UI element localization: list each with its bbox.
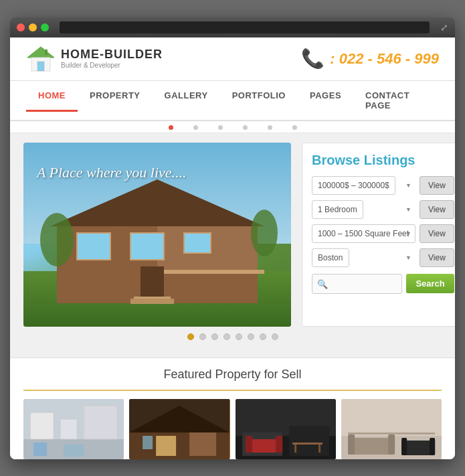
svg-rect-47 xyxy=(401,438,407,455)
hero-image: A Place where you live.... xyxy=(23,143,291,327)
carousel-dot-1[interactable] xyxy=(187,333,194,340)
carousel-dot-7[interactable] xyxy=(260,333,266,340)
nav-item-home[interactable]: HOME xyxy=(26,81,78,120)
svg-rect-28 xyxy=(189,432,216,456)
sqft-view-button[interactable]: View xyxy=(420,224,454,243)
phone-icon: 📞 xyxy=(301,48,324,70)
svg-rect-14 xyxy=(130,299,174,304)
svg-rect-21 xyxy=(84,406,117,439)
featured-divider xyxy=(23,390,442,391)
nav-item-gallery[interactable]: GALLERY xyxy=(153,81,220,120)
expand-icon[interactable]: ⤢ xyxy=(440,22,448,33)
carousel-dot-4[interactable] xyxy=(223,333,230,340)
carousel-dot-3[interactable] xyxy=(211,333,218,340)
browser-titlebar: ⤢ xyxy=(10,17,455,37)
site-nav: HOME PROPERTY GALLERY PORTFOLIO PAGES CO… xyxy=(10,81,455,121)
nav-item-property[interactable]: PROPERTY xyxy=(78,81,153,120)
maximize-button[interactable] xyxy=(41,23,49,31)
location-select-wrapper: Boston xyxy=(312,248,415,267)
nav-link-home[interactable]: HOME xyxy=(26,81,78,112)
svg-rect-35 xyxy=(246,436,252,453)
slider-dot-6[interactable] xyxy=(292,125,297,130)
close-button[interactable] xyxy=(17,23,25,31)
logo-area: HOME-BUILDER Builder & Developer xyxy=(26,46,163,72)
nav-link-property[interactable]: PROPERTY xyxy=(78,81,153,110)
svg-marker-6 xyxy=(50,179,264,226)
price-view-button[interactable]: View xyxy=(420,176,454,195)
property-thumb-2[interactable] xyxy=(129,399,229,459)
svg-point-16 xyxy=(251,210,278,256)
nav-link-contact[interactable]: CONTACT PAGE xyxy=(353,81,439,120)
phone-number: : 022 - 546 - 999 xyxy=(330,50,439,68)
price-select[interactable]: 100000$ – 300000$ xyxy=(312,176,395,195)
sqft-select[interactable]: 1000 – 1500 Square Feet xyxy=(312,224,415,243)
svg-rect-42 xyxy=(348,432,435,434)
svg-rect-29 xyxy=(143,436,153,449)
nav-link-pages[interactable]: PAGES xyxy=(298,81,353,110)
hero-img-background: A Place where you live.... xyxy=(23,143,291,327)
nav-item-contact[interactable]: CONTACT PAGE xyxy=(353,81,439,120)
phone-area: 📞 : 022 - 546 - 999 xyxy=(301,48,439,70)
house-svg xyxy=(37,166,278,307)
svg-rect-19 xyxy=(30,412,54,439)
property-thumb-3[interactable] xyxy=(236,399,336,459)
search-input-wrapper: 🔍 xyxy=(312,274,402,294)
browser-window: ⤢ HOME-BUILDER Builder & Developer xyxy=(10,17,455,459)
property-thumb-1[interactable] xyxy=(23,399,124,459)
slider-dot-3[interactable] xyxy=(218,125,223,130)
search-row: 🔍 Search xyxy=(312,274,454,294)
svg-rect-43 xyxy=(348,438,395,455)
search-button[interactable]: Search xyxy=(406,274,454,293)
hero-section: A Place where you live.... Browse Listin… xyxy=(23,133,442,327)
slider-dot-1[interactable] xyxy=(169,125,173,130)
svg-rect-4 xyxy=(45,50,48,55)
svg-rect-36 xyxy=(276,436,282,453)
bedroom-select[interactable]: 1 Bedroom xyxy=(312,200,363,219)
svg-rect-20 xyxy=(60,419,77,439)
browser-body: HOME-BUILDER Builder & Developer 📞 : 022… xyxy=(10,37,455,459)
nav-item-pages[interactable]: PAGES xyxy=(298,81,353,120)
carousel-dot-8[interactable] xyxy=(272,333,278,340)
slider-dot-5[interactable] xyxy=(268,125,272,130)
sqft-select-wrapper: 1000 – 1500 Square Feet xyxy=(312,224,415,243)
nav-item-portfolio[interactable]: PORTFOLIO xyxy=(220,81,298,120)
svg-rect-11 xyxy=(184,233,211,253)
site-header: HOME-BUILDER Builder & Developer 📞 : 022… xyxy=(10,37,455,81)
svg-rect-9 xyxy=(77,233,110,260)
svg-rect-39 xyxy=(318,445,320,453)
svg-rect-22 xyxy=(33,443,47,456)
location-view-button[interactable]: View xyxy=(420,248,454,267)
nav-link-gallery[interactable]: GALLERY xyxy=(153,81,220,110)
search-icon: 🔍 xyxy=(317,279,328,289)
price-select-wrapper: 100000$ – 300000$ xyxy=(312,176,415,195)
property-thumb-4[interactable] xyxy=(341,399,442,459)
nav-link-portfolio[interactable]: PORTFOLIO xyxy=(220,81,298,110)
svg-rect-10 xyxy=(130,233,164,260)
minimize-button[interactable] xyxy=(29,23,37,31)
svg-rect-45 xyxy=(388,434,395,455)
svg-rect-38 xyxy=(294,445,296,453)
logo-text-block: HOME-BUILDER Builder & Developer xyxy=(61,48,163,69)
svg-rect-2 xyxy=(37,62,44,71)
location-select[interactable]: Boston xyxy=(312,248,349,267)
hero-tagline: A Place where you live.... xyxy=(37,163,187,183)
svg-rect-48 xyxy=(430,438,435,455)
svg-rect-27 xyxy=(156,436,176,456)
carousel-dot-2[interactable] xyxy=(199,333,206,340)
filter-row-location: Boston View xyxy=(312,248,454,267)
slider-dot-2[interactable] xyxy=(193,125,198,130)
browse-title: Browse Listings xyxy=(312,153,454,168)
logo-title: HOME-BUILDER xyxy=(61,48,163,62)
slider-nav-dots xyxy=(10,121,455,133)
svg-rect-37 xyxy=(292,443,322,445)
bedroom-view-button[interactable]: View xyxy=(420,200,454,219)
carousel-dot-6[interactable] xyxy=(248,333,254,340)
svg-rect-23 xyxy=(64,445,84,457)
svg-rect-44 xyxy=(348,434,355,455)
url-bar[interactable] xyxy=(60,21,430,33)
carousel-dot-5[interactable] xyxy=(236,333,242,340)
browse-panel: Browse Listings 100000$ – 300000$ View xyxy=(302,143,455,327)
filter-row-sqft: 1000 – 1500 Square Feet View xyxy=(312,224,454,243)
slider-dot-4[interactable] xyxy=(243,125,248,130)
featured-section: Featured Property for Sell xyxy=(10,358,455,459)
